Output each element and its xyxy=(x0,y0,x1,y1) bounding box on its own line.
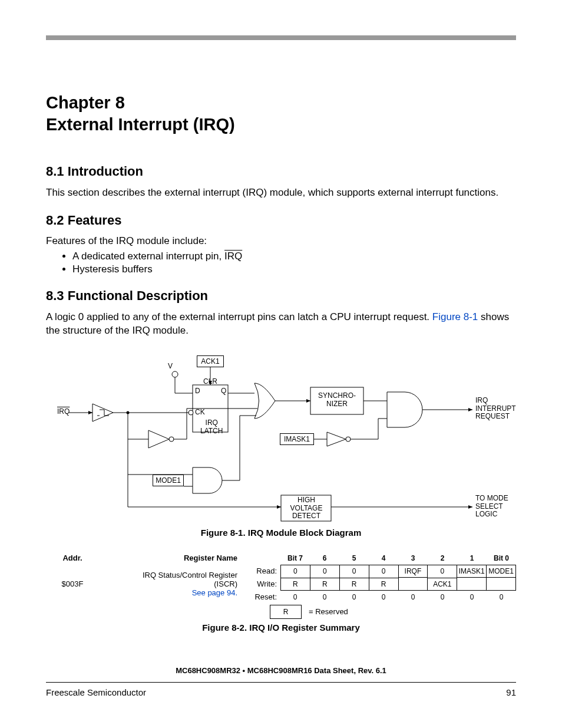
figure-8-2-caption: Figure 8-2. IRQ I/O Register Summary xyxy=(46,622,516,633)
label-sync: SYNCHRO- NIZER xyxy=(316,392,358,409)
write-b5: R xyxy=(340,578,369,591)
read-b7: 0 xyxy=(280,565,310,578)
bit-head-5: 5 xyxy=(339,552,369,565)
feature-list: A dedicated external interrupt pin, IRQ … xyxy=(72,251,516,275)
figure-8-1-caption: Figure 8-1. IRQ Module Block Diagram xyxy=(46,528,516,538)
see-page-link[interactable]: See page 94. xyxy=(99,588,237,597)
label-clr: CLR xyxy=(203,378,217,386)
reset-b1: 0 xyxy=(457,591,487,604)
footer-vendor: Freescale Semiconductor xyxy=(46,687,146,697)
figure-link[interactable]: Figure 8-1 xyxy=(432,311,478,322)
section-81-heading: 8.1 Introduction xyxy=(46,164,516,179)
label-ck: CK xyxy=(195,409,205,417)
write-b4: R xyxy=(369,578,399,591)
read-b6: 0 xyxy=(310,565,340,578)
read-b2: 0 xyxy=(428,565,457,578)
read-b4: 0 xyxy=(369,565,399,578)
reset-b7: 0 xyxy=(280,591,310,604)
bit-head-4: 4 xyxy=(369,552,398,565)
section-82-heading: 8.2 Features xyxy=(46,213,516,228)
bit-head-3: 3 xyxy=(398,552,428,565)
reset-b5: 0 xyxy=(339,591,369,604)
bit-head-7: Bit 7 xyxy=(280,552,310,565)
header-addr: Addr. xyxy=(46,554,99,562)
svg-point-4 xyxy=(172,371,178,377)
legend-text: = Reserved xyxy=(302,605,348,619)
row-read-label: Read: xyxy=(244,566,280,575)
row-write-label: Write: xyxy=(244,579,280,588)
label-irq-pin: IRQ xyxy=(57,408,70,416)
footer-rule xyxy=(46,682,516,683)
header-rule xyxy=(46,35,516,40)
read-b0: MODE1 xyxy=(487,565,516,578)
section-82-intro: Features of the IRQ module include: xyxy=(46,235,516,247)
svg-point-22 xyxy=(346,437,351,442)
block-diagram: IRQ V ACK1 CLR D Q CK IRQ LATCH SYNCHRO-… xyxy=(57,351,505,522)
header-regname: Register Name xyxy=(99,554,244,562)
reset-b4: 0 xyxy=(369,591,398,604)
row-reset-label: Reset: xyxy=(244,592,280,601)
read-b3: IRQF xyxy=(399,565,428,578)
legend-r-box: R xyxy=(270,605,302,619)
reset-b3: 0 xyxy=(398,591,428,604)
bit-head-1: 1 xyxy=(457,552,487,565)
label-mode1: MODE1 xyxy=(153,475,184,486)
read-b1: IMASK1 xyxy=(457,565,487,578)
feature-item-2: Hysteresis buffers xyxy=(72,263,516,275)
reset-b2: 0 xyxy=(428,591,457,604)
feature-item-1: A dedicated external interrupt pin, IRQ xyxy=(72,251,516,262)
bit-head-6: 6 xyxy=(310,552,339,565)
register-addr: $003F xyxy=(46,565,99,604)
bit-head-0: Bit 0 xyxy=(487,552,516,565)
label-vdd: V xyxy=(168,363,173,371)
footer-doc-title: MC68HC908MR32 • MC68HC908MR16 Data Sheet… xyxy=(46,666,516,675)
svg-point-6 xyxy=(189,410,193,415)
footer-page-number: 91 xyxy=(506,687,516,697)
register-name-l2: (ISCR) xyxy=(99,579,237,588)
write-b6: R xyxy=(310,578,340,591)
label-latch: IRQ LATCH xyxy=(200,419,223,436)
write-b2: ACK1 xyxy=(428,578,457,591)
label-imask1: IMASK1 xyxy=(280,433,314,445)
label-irq-out: IRQ INTERRUPT REQUEST xyxy=(475,397,516,421)
reset-b0: 0 xyxy=(487,591,516,604)
section-83-text: A logic 0 applied to any of the external… xyxy=(46,311,516,338)
write-b3 xyxy=(399,578,428,591)
label-d: D xyxy=(195,387,200,396)
chapter-title: External Interrupt (IRQ) xyxy=(46,115,516,134)
section-83-heading: 8.3 Functional Description xyxy=(46,288,516,304)
label-ack1: ACK1 xyxy=(197,355,224,367)
label-tomode: TO MODE SELECT LOGIC xyxy=(475,495,508,519)
register-name-l1: IRQ Status/Control Register xyxy=(99,571,237,579)
irq-signal: IRQ xyxy=(224,251,242,262)
read-b5: 0 xyxy=(340,565,369,578)
register-table: Addr. Register Name Bit 7 6 5 4 3 2 1 Bi… xyxy=(46,552,516,619)
write-b0 xyxy=(487,578,516,591)
write-b7: R xyxy=(280,578,310,591)
write-b1 xyxy=(457,578,487,591)
svg-point-13 xyxy=(169,437,174,442)
reset-b6: 0 xyxy=(310,591,339,604)
section-81-text: This section describes the external inte… xyxy=(46,186,516,200)
bit-head-2: 2 xyxy=(428,552,457,565)
chapter-number: Chapter 8 xyxy=(46,93,516,113)
label-q: Q xyxy=(221,387,226,396)
label-hvd: HIGH VOLTAGE DETECT xyxy=(285,496,328,521)
